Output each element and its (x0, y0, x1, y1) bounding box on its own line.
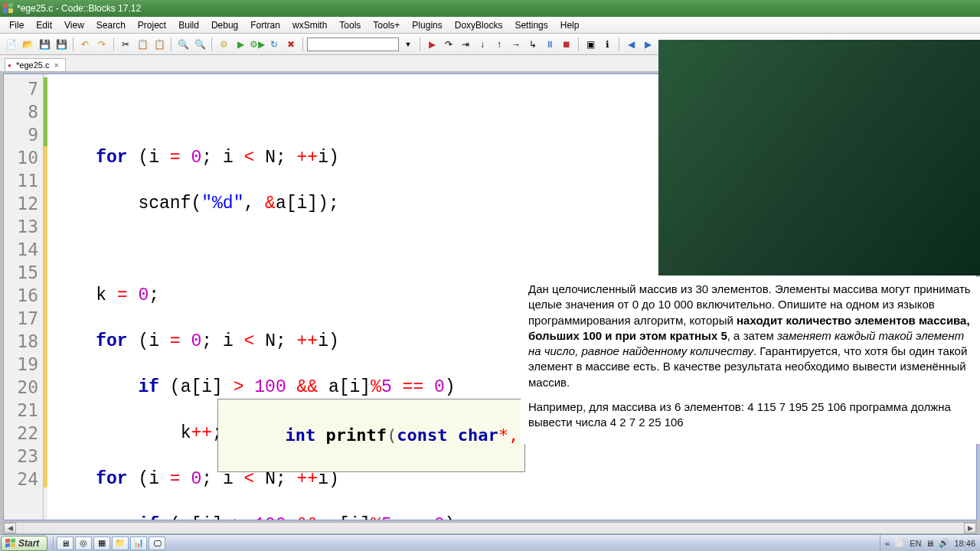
debug-step-out-icon[interactable]: ↑ (492, 37, 507, 52)
cut-icon[interactable]: ✂ (118, 37, 133, 52)
show-desktop-icon[interactable]: 🖥 (57, 536, 74, 550)
toolbar-separator (113, 37, 114, 51)
horizontal-scrollbar[interactable]: ◀ ▶ (3, 522, 977, 534)
menu-search[interactable]: Search (90, 18, 132, 32)
start-button[interactable]: Start (1, 536, 47, 551)
debug-step-into-icon[interactable]: ↓ (475, 37, 490, 52)
menu-settings[interactable]: Settings (508, 18, 554, 32)
rebuild-icon[interactable]: ↻ (266, 37, 282, 52)
tray-app-icon[interactable]: ⬜ (894, 538, 905, 548)
menu-wxsmith[interactable]: wxSmith (286, 18, 333, 32)
line-number-gutter: 7 8 9 10 11 12 13 14 15 16 17 18 19 20 2… (4, 74, 44, 520)
undo-icon[interactable]: ↶ (77, 37, 93, 52)
line-number: 17 (4, 307, 43, 330)
line-number: 18 (4, 330, 43, 353)
line-number: 24 (4, 468, 43, 491)
line-number: 14 (4, 238, 43, 261)
toolbar-separator (619, 37, 619, 51)
clock[interactable]: 18:46 (954, 539, 975, 548)
line-number: 12 (4, 192, 43, 215)
nav-back-icon[interactable]: ◀ (623, 37, 639, 52)
start-label: Start (18, 538, 39, 549)
codeblocks-taskbar-icon[interactable]: ▦ (93, 536, 110, 550)
replace-icon[interactable]: 🔍 (192, 37, 207, 52)
toolbar-separator (302, 37, 303, 51)
menu-build[interactable]: Build (172, 18, 205, 32)
line-number: 23 (4, 445, 43, 468)
debug-break-icon[interactable]: ⏸ (542, 37, 557, 52)
system-tray: « ⬜ EN 🖥 🔊 18:46 (880, 535, 980, 551)
app-icon[interactable]: 📊 (130, 536, 147, 550)
save-all-icon[interactable]: 💾 (54, 37, 69, 52)
toolbar-separator (171, 37, 172, 51)
menu-project[interactable]: Project (132, 18, 172, 32)
scroll-left-icon[interactable]: ◀ (4, 523, 16, 533)
debug-step-instr-icon[interactable]: ↳ (525, 37, 541, 52)
menu-bar: File Edit View Search Project Build Debu… (0, 17, 980, 34)
menu-file[interactable]: File (3, 18, 30, 32)
debug-next-instr-icon[interactable]: → (508, 37, 524, 52)
tab-ege25[interactable]: *ege25.c × (5, 58, 66, 71)
menu-debug[interactable]: Debug (205, 18, 244, 32)
window-titlebar: *ege25.c - Code::Blocks 17.12 (0, 0, 980, 17)
debug-stop-icon[interactable]: ⏹ (559, 37, 574, 52)
problem-example: Например, для массива из 6 элементов: 4 … (528, 399, 972, 431)
tray-app-icon[interactable]: 🖥 (926, 539, 934, 548)
explorer-icon[interactable]: 📁 (112, 536, 129, 550)
target-combo[interactable] (307, 37, 399, 51)
build-run-icon[interactable]: ⚙▶ (250, 37, 265, 52)
menu-help[interactable]: Help (554, 18, 586, 32)
line-number: 20 (4, 376, 43, 399)
paste-icon[interactable]: 📋 (152, 37, 167, 52)
menu-toolsplus[interactable]: Tools+ (367, 18, 406, 32)
debug-windows-icon[interactable]: ▣ (583, 37, 598, 52)
menu-doxyblocks[interactable]: DoxyBlocks (449, 18, 509, 32)
line-number: 8 (4, 100, 43, 123)
debug-run-cursor-icon[interactable]: ↷ (441, 37, 456, 52)
line-number: 11 (4, 169, 43, 192)
toolbar-separator (420, 37, 420, 51)
scroll-right-icon[interactable]: ▶ (964, 523, 976, 533)
line-number: 21 (4, 399, 43, 422)
menu-tools[interactable]: Tools (333, 18, 367, 32)
abort-icon[interactable]: ✖ (283, 37, 299, 52)
volume-icon[interactable]: 🔊 (939, 538, 949, 548)
webcam-video-overlay (658, 40, 980, 276)
toolbar-separator (73, 37, 74, 51)
presenter-video (658, 40, 980, 276)
line-number: 7 (4, 77, 43, 100)
problem-paragraph: Дан целочисленный массив из 30 элементов… (528, 282, 972, 390)
line-number: 10 (4, 146, 43, 169)
toolbar-separator (578, 37, 579, 51)
windows-logo-icon (5, 538, 15, 549)
save-icon[interactable]: 💾 (37, 37, 52, 52)
debug-info-icon[interactable]: ℹ (599, 37, 615, 52)
menu-edit[interactable]: Edit (30, 18, 58, 32)
line-number: 16 (4, 284, 43, 307)
menu-fortran[interactable]: Fortran (244, 18, 286, 32)
line-number: 15 (4, 261, 43, 284)
debug-start-icon[interactable]: ▶ (424, 37, 439, 52)
tray-chevron-icon[interactable]: « (885, 539, 890, 548)
find-icon[interactable]: 🔍 (175, 37, 191, 52)
line-number: 9 (4, 123, 43, 146)
chrome-icon[interactable]: ◎ (75, 536, 92, 550)
menu-plugins[interactable]: Plugins (406, 18, 448, 32)
language-indicator[interactable]: EN (910, 539, 921, 548)
menu-view[interactable]: View (58, 18, 90, 32)
code-line: if (a[i] > 100 && a[i]%5 == 0) (54, 514, 976, 520)
close-tab-icon[interactable]: × (54, 60, 58, 70)
new-file-icon[interactable]: 📄 (3, 37, 18, 52)
build-icon[interactable]: ⚙ (216, 37, 231, 52)
toolbar-separator (211, 37, 212, 51)
debug-next-icon[interactable]: ⇥ (458, 37, 473, 52)
nav-fwd-icon[interactable]: ▶ (640, 37, 655, 52)
run-icon[interactable]: ▶ (233, 37, 248, 52)
copy-icon[interactable]: 📋 (135, 37, 150, 52)
dropdown-icon[interactable]: ▼ (400, 37, 416, 52)
monitor-icon[interactable]: 🖵 (149, 536, 165, 550)
line-number: 13 (4, 215, 43, 238)
redo-icon[interactable]: ↷ (94, 37, 109, 52)
tab-label: *ege25.c (16, 60, 49, 70)
open-file-icon[interactable]: 📂 (20, 37, 35, 52)
